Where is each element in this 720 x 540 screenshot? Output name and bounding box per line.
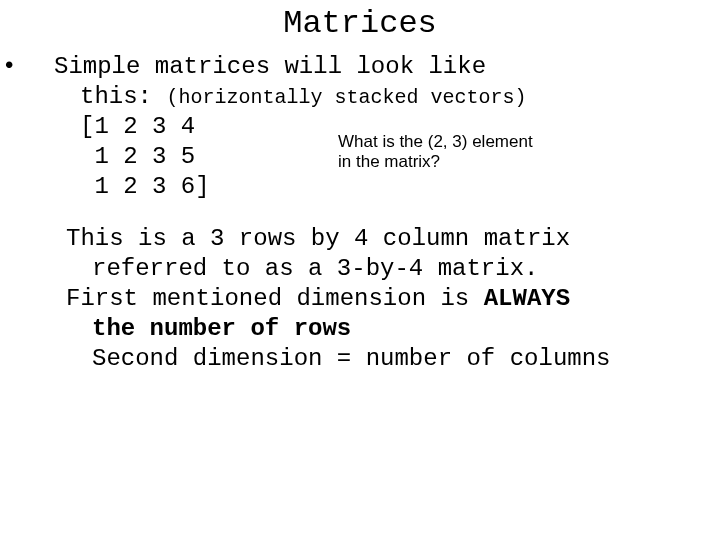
desc-line-5: Second dimension = number of columns bbox=[66, 344, 710, 374]
matrix-row-3: 1 2 3 6] bbox=[80, 172, 710, 202]
slide-title: Matrices bbox=[0, 0, 720, 52]
callout-question: What is the (2, 3) element in the matrix… bbox=[338, 132, 598, 171]
bullet-subnote: (horizontally stacked vectors) bbox=[166, 86, 526, 109]
desc-line-3-bold: ALWAYS bbox=[484, 285, 570, 312]
description: This is a 3 rows by 4 column matrix refe… bbox=[66, 224, 710, 374]
desc-line-3: First mentioned dimension is ALWAYS bbox=[66, 284, 710, 314]
bullet-text-line2: this: bbox=[80, 83, 152, 110]
bullet-item: •Simple matrices will look like bbox=[28, 52, 710, 82]
bullet-glyph: • bbox=[28, 52, 54, 82]
callout-line-1: What is the (2, 3) element bbox=[338, 132, 598, 152]
desc-line-4: the number of rows bbox=[66, 314, 710, 344]
desc-line-2: referred to as a 3-by-4 matrix. bbox=[66, 254, 710, 284]
bullet-text-line2-wrap: this: (horizontally stacked vectors) bbox=[34, 82, 710, 112]
bullet-text-line1: Simple matrices will look like bbox=[54, 53, 486, 80]
callout-line-2: in the matrix? bbox=[338, 152, 598, 172]
desc-line-1: This is a 3 rows by 4 column matrix bbox=[66, 224, 710, 254]
desc-line-4-bold: the number of rows bbox=[92, 315, 351, 342]
desc-line-3-plain: First mentioned dimension is bbox=[66, 285, 484, 312]
slide-body: •Simple matrices will look like this: (h… bbox=[0, 52, 720, 374]
